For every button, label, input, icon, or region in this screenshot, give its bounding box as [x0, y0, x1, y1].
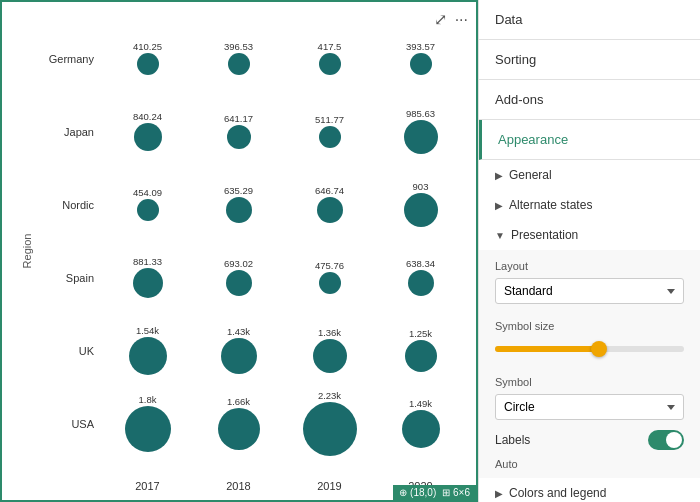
- chevron-right-icon: ▶: [495, 200, 503, 211]
- bubble: [303, 402, 357, 456]
- chart-cell: 881.33: [102, 241, 193, 314]
- cell-value: 1.8k: [139, 395, 157, 405]
- cell-value: 635.29: [224, 186, 253, 196]
- chart-cell: 1.66k: [193, 387, 284, 460]
- cell-value: 646.74: [315, 186, 344, 196]
- panel-section-data[interactable]: Data: [479, 0, 700, 40]
- chart-cell: 396.53: [193, 22, 284, 95]
- cell-value: 2.23k: [318, 391, 341, 401]
- chart-area: ⤢ ··· Region Germany410.25396.53417.5393…: [0, 0, 478, 502]
- cell-value: 1.54k: [136, 326, 159, 336]
- collapsible-label: Presentation: [511, 228, 578, 242]
- symbol-select[interactable]: CircleSquareTriangleDiamond: [495, 394, 684, 420]
- bubble: [319, 126, 341, 148]
- collapsible-general[interactable]: ▶General: [479, 160, 700, 190]
- cell-value: 1.66k: [227, 397, 250, 407]
- chart-cell: 511.77: [284, 95, 375, 168]
- row-label: UK: [42, 314, 102, 387]
- bubble: [137, 53, 159, 75]
- bubble: [129, 337, 167, 375]
- cell-value: 396.53: [224, 42, 253, 52]
- bubble: [133, 268, 163, 298]
- labels-auto-label: Auto: [479, 458, 700, 478]
- chart-cell: 417.5: [284, 22, 375, 95]
- panel-section-appearance[interactable]: Appearance: [479, 120, 700, 160]
- collapsible-alternate-states[interactable]: ▶Alternate states: [479, 190, 700, 220]
- chart-cell: 641.17: [193, 95, 284, 168]
- layout-label: Layout: [479, 260, 700, 272]
- chart-cell: 410.25: [102, 22, 193, 95]
- bubble: [227, 125, 251, 149]
- cell-value: 903: [413, 182, 429, 192]
- chart-cell: 1.25k: [375, 314, 466, 387]
- row-label: Nordic: [42, 168, 102, 241]
- cell-value: 693.02: [224, 259, 253, 269]
- chevron-down-icon: ▼: [495, 230, 505, 241]
- chart-cell: 693.02: [193, 241, 284, 314]
- bubble: [404, 193, 438, 227]
- bubble: [228, 53, 250, 75]
- symbol-size-slider-container: [479, 338, 700, 360]
- chevron-right-icon: ▶: [495, 170, 503, 181]
- chart-cell: 635.29: [193, 168, 284, 241]
- status-bar: ⊕ (18,0) ⊞ 6×6: [393, 485, 476, 500]
- x-axis-label: 2018: [226, 480, 250, 492]
- collapsible-colors-legend[interactable]: ▶Colors and legend: [479, 478, 700, 502]
- cell-value: 1.49k: [409, 399, 432, 409]
- slider-thumb[interactable]: [591, 341, 607, 357]
- panel-section-sorting[interactable]: Sorting: [479, 40, 700, 80]
- bubble: [134, 123, 162, 151]
- bubble: [317, 197, 343, 223]
- chart-cell: 1.49k: [375, 387, 466, 460]
- cell-value: 417.5: [318, 42, 342, 52]
- chart-cell: 1.43k: [193, 314, 284, 387]
- slider-fill: [495, 346, 599, 352]
- y-axis-label: Region: [21, 234, 33, 269]
- chart-cell: 646.74: [284, 168, 375, 241]
- chart-cell: 454.09: [102, 168, 193, 241]
- chart-cell: 2.23k: [284, 387, 375, 460]
- symbol-label: Symbol: [479, 376, 700, 388]
- cell-value: 393.57: [406, 42, 435, 52]
- cell-value: 1.25k: [409, 329, 432, 339]
- chart-cell: 1.54k: [102, 314, 193, 387]
- bubble: [405, 340, 437, 372]
- bubble: [319, 53, 341, 75]
- panel-section-addons[interactable]: Add-ons: [479, 80, 700, 120]
- chevron-right-icon: ▶: [495, 488, 503, 499]
- cell-value: 638.34: [406, 259, 435, 269]
- bubble: [221, 338, 257, 374]
- bubble: [402, 410, 440, 448]
- chart-cell: 1.8k: [102, 387, 193, 460]
- cell-value: 475.76: [315, 261, 344, 271]
- slider-track: [495, 346, 684, 352]
- x-axis-label: 2017: [135, 480, 159, 492]
- colors-legend-label: Colors and legend: [509, 486, 606, 500]
- cell-value: 1.36k: [318, 328, 341, 338]
- layout-select[interactable]: StandardStackedGrid: [495, 278, 684, 304]
- bubble: [226, 197, 252, 223]
- cell-value: 511.77: [315, 115, 344, 125]
- collapsible-label: Alternate states: [509, 198, 592, 212]
- bubble: [125, 406, 171, 452]
- symbol-dropdown-container: CircleSquareTriangleDiamond: [479, 394, 700, 420]
- bubble: [313, 339, 347, 373]
- chart-cell: 475.76: [284, 241, 375, 314]
- bubble: [408, 270, 434, 296]
- labels-row: Labels: [479, 426, 700, 458]
- labels-toggle-label: Labels: [495, 433, 530, 447]
- collapsible-label: General: [509, 168, 552, 182]
- bubble: [319, 272, 341, 294]
- cell-value: 840.24: [133, 112, 162, 122]
- chart-cell: 638.34: [375, 241, 466, 314]
- chart-cell: 985.63: [375, 95, 466, 168]
- cell-value: 641.17: [224, 114, 253, 124]
- row-label: Spain: [42, 241, 102, 314]
- labels-toggle[interactable]: [648, 430, 684, 450]
- cell-value: 1.43k: [227, 327, 250, 337]
- bubble: [226, 270, 252, 296]
- chart-cell: 393.57: [375, 22, 466, 95]
- collapsible-presentation[interactable]: ▼Presentation: [479, 220, 700, 250]
- chart-inner: Germany410.25396.53417.5393.57Japan840.2…: [42, 22, 466, 460]
- bubble: [137, 199, 159, 221]
